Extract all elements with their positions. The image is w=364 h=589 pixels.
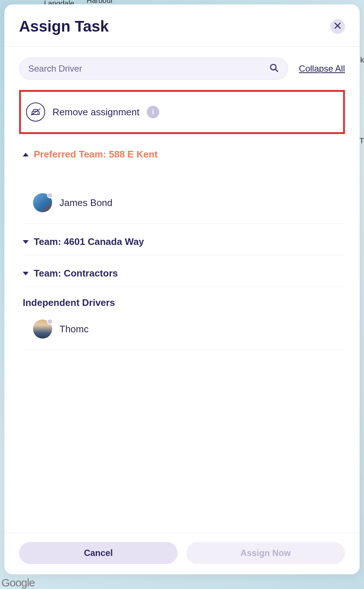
remove-assignment-row[interactable]: Remove assignment i	[21, 92, 343, 132]
driver-list: Remove assignment i Preferred Team: 588 …	[23, 90, 345, 350]
map-label: k	[360, 56, 364, 64]
chevron-down-icon	[23, 240, 29, 244]
info-icon[interactable]: i	[147, 106, 159, 118]
team-label: Team: Contractors	[34, 268, 118, 279]
preferred-team-header[interactable]: Preferred Team: 588 E Kent	[23, 141, 345, 167]
google-attribution: Google	[1, 577, 35, 589]
search-box[interactable]	[19, 58, 288, 80]
assign-now-button: Assign Now	[186, 542, 345, 564]
team-header-contractors[interactable]: Team: Contractors	[23, 255, 345, 287]
no-car-icon	[26, 102, 45, 122]
modal-footer: Cancel Assign Now	[4, 533, 360, 574]
avatar	[33, 319, 52, 339]
driver-name: Thomc	[59, 324, 88, 335]
independent-drivers-label: Independent Drivers	[23, 287, 345, 312]
driver-row-james-bond[interactable]: James Bond	[23, 186, 345, 224]
driver-row-thomc[interactable]: Thomc	[23, 312, 345, 350]
remove-assignment-label: Remove assignment	[52, 106, 139, 118]
map-label: T	[360, 137, 364, 145]
search-icon	[269, 63, 279, 74]
chevron-up-icon	[23, 153, 29, 156]
modal-title: Assign Task	[19, 18, 109, 35]
team-label: Team: 4601 Canada Way	[34, 236, 144, 247]
collapse-all-link[interactable]: Collapse All	[299, 64, 345, 74]
close-button[interactable]	[330, 19, 345, 34]
search-row: Collapse All	[19, 58, 345, 80]
highlighted-remove-row: Remove assignment i	[19, 90, 345, 134]
status-dot-icon	[47, 319, 53, 325]
cancel-button[interactable]: Cancel	[19, 542, 178, 564]
driver-name: James Bond	[59, 197, 113, 209]
modal-body: Collapse All Remove assignment i	[4, 47, 360, 533]
team-header-4601[interactable]: Team: 4601 Canada Way	[23, 224, 345, 255]
search-input[interactable]	[28, 64, 269, 74]
svg-point-2	[37, 113, 39, 114]
close-icon	[334, 22, 341, 30]
preferred-team-label: Preferred Team: 588 E Kent	[34, 149, 158, 160]
assign-task-modal: Assign Task Collapse All	[4, 4, 360, 574]
avatar	[33, 193, 52, 212]
chevron-down-icon	[23, 272, 29, 275]
modal-header: Assign Task	[4, 4, 360, 47]
status-dot-icon	[47, 192, 53, 198]
